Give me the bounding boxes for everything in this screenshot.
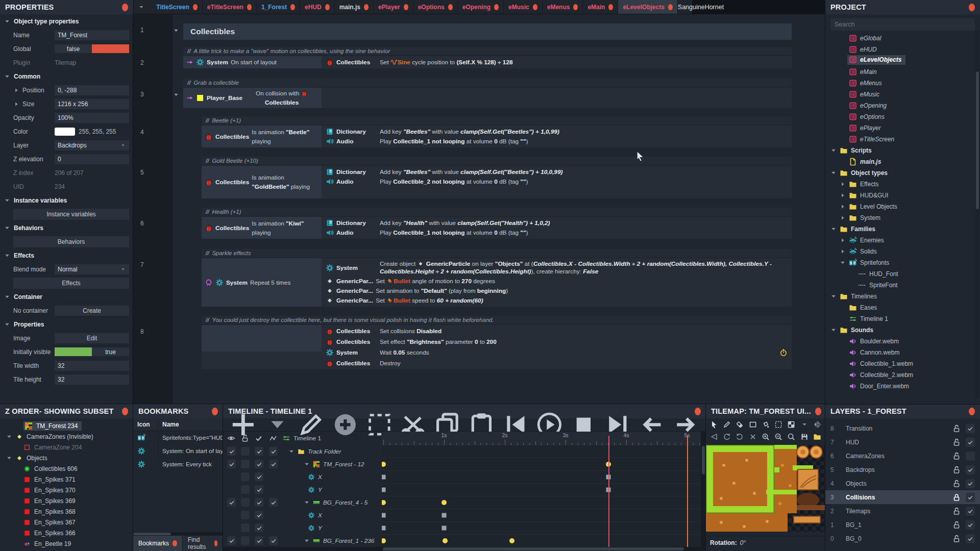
prop-toggle[interactable]: false: [55, 44, 129, 53]
prop-input[interactable]: 100%: [55, 113, 129, 123]
tridown-icon[interactable]: [830, 147, 837, 154]
track-checkbox[interactable]: [269, 460, 278, 468]
track-checkbox[interactable]: [241, 485, 250, 494]
lockopen-icon[interactable]: [952, 535, 961, 543]
tab-eLevelObjects[interactable]: eLevelObjects: [618, 0, 677, 14]
project-tree-collectible-2-webm[interactable]: Collectible_2.webm: [825, 369, 980, 381]
tilemap-tool-dropdown[interactable]: [800, 420, 808, 429]
project-tree-scripts[interactable]: Scripts: [825, 145, 980, 156]
tridown-icon[interactable]: [173, 92, 179, 98]
action-row[interactable]: DictionaryAdd key "Health" with value cl…: [326, 219, 788, 227]
prop-inline-button[interactable]: Create: [55, 306, 129, 316]
tilemap-eraser-tool[interactable]: [736, 420, 744, 429]
track-checkbox[interactable]: [241, 460, 250, 468]
prop-dropdown[interactable]: Backdrops: [55, 140, 129, 151]
project-tree-spritefonts[interactable]: SFSpritefonts: [825, 257, 980, 268]
keyframe[interactable]: [382, 538, 386, 543]
track-checkbox[interactable]: [227, 498, 236, 507]
tab-eMain[interactable]: eMain: [583, 0, 618, 14]
timeline-track-row-6[interactable]: Y: [223, 521, 382, 534]
action-row[interactable]: CollectiblesSet effect "Brightness" para…: [326, 338, 788, 346]
tilemap-fill-tool[interactable]: [762, 420, 770, 429]
project-tree-eopening[interactable]: eOpening: [825, 100, 980, 111]
project-vscroll-thumb[interactable]: [976, 71, 979, 209]
z-order-item-4[interactable]: Collectibles 606: [0, 463, 133, 474]
track-checkbox[interactable]: [241, 536, 250, 545]
tridown-icon[interactable]: [830, 226, 837, 232]
track-label[interactable]: X: [308, 512, 322, 519]
action-row[interactable]: AudioPlay Collectible_1 not looping at v…: [326, 137, 788, 145]
track-checkbox[interactable]: [255, 460, 263, 468]
tilemap-pencil-tool[interactable]: [723, 420, 731, 429]
layer-visibility-checkbox[interactable]: [966, 465, 975, 474]
project-tree-eplayer[interactable]: ePlayer: [825, 122, 980, 134]
tridown-icon[interactable]: [304, 461, 310, 467]
triright-icon[interactable]: [840, 237, 846, 243]
timeline-hscrollbar[interactable]: [223, 547, 706, 551]
layer-visibility-checkbox[interactable]: [966, 507, 975, 516]
project-tree-ehud[interactable]: eHUD: [825, 44, 980, 55]
layer-visibility-checkbox[interactable]: [966, 493, 975, 502]
project-tree-eoptions[interactable]: eOptions: [825, 111, 980, 122]
event-block[interactable]: CollectiblesIs animation"GoldBeetle" pla…: [202, 166, 792, 198]
timeline-track-row-1[interactable]: TM_Forest - 12: [223, 458, 382, 470]
prop-input[interactable]: 32: [55, 374, 129, 385]
lockopen-icon[interactable]: [952, 452, 961, 460]
z-order-item-3[interactable]: Objects: [0, 453, 133, 463]
track-checkbox[interactable]: [255, 523, 263, 532]
track-checkbox[interactable]: [255, 498, 263, 507]
layer-row-hud[interactable]: 7HUD: [825, 435, 980, 449]
selected-tree-item[interactable]: eLevelObjects: [847, 55, 905, 65]
timeline-vscrollbar[interactable]: [701, 432, 706, 547]
layer-visibility-checkbox[interactable]: [966, 479, 975, 488]
tilemap-zoom-reset[interactable]: [787, 433, 795, 441]
project-tree-object-types[interactable]: Object types: [825, 167, 980, 179]
tab-eHUD[interactable]: eHUD: [300, 0, 335, 14]
tridown-icon[interactable]: [830, 327, 837, 333]
event-comment[interactable]: //Health (+1): [202, 208, 792, 216]
tilemap-save-tilemap[interactable]: [800, 433, 808, 441]
bookmark-row-1[interactable]: System: On start of layout: [133, 444, 223, 458]
user-account[interactable]: SanguineHornet: [678, 0, 733, 14]
tridown-icon[interactable]: [173, 28, 179, 34]
tab-ePlayer[interactable]: ePlayer: [374, 0, 413, 14]
prop-input[interactable]: 0: [55, 154, 129, 164]
project-tree-system[interactable]: System: [825, 212, 980, 223]
timeline-track-row-4[interactable]: BG_Forest_4 - 5: [223, 496, 382, 509]
keyframe[interactable]: [382, 513, 386, 517]
event-comment[interactable]: //A little trick to make a "wave" motion…: [183, 47, 792, 55]
lockopen-icon[interactable]: [952, 424, 961, 433]
triright-icon[interactable]: [840, 248, 846, 255]
prop-input[interactable]: 1216 x 256: [55, 99, 129, 109]
prop-button-effects[interactable]: Effects: [13, 278, 129, 289]
tridown-icon[interactable]: [830, 293, 837, 299]
keyframe[interactable]: [382, 487, 386, 492]
prop-dropdown[interactable]: Normal: [55, 264, 129, 274]
tilemap-marquee-tool[interactable]: [774, 420, 782, 429]
project-tree-main-js[interactable]: main.js: [825, 156, 980, 167]
prop-button-instance-variables[interactable]: Instance variables: [13, 209, 129, 220]
keyframe[interactable]: [443, 538, 448, 543]
z-order-item-9[interactable]: En_Spikes 367: [0, 517, 133, 528]
tab-eMusic[interactable]: eMusic: [504, 0, 543, 14]
project-search-input[interactable]: Search: [830, 18, 975, 31]
z-order-item-10[interactable]: En_Spikes 366: [0, 528, 133, 538]
condition-cell[interactable]: Player_BaseOn collision with Collectible…: [183, 88, 322, 108]
project-tree-elevelobjects[interactable]: eLevelObjects: [825, 55, 980, 66]
timeline-track-row-3[interactable]: Y: [223, 483, 382, 496]
event-block[interactable]: CollectiblesSet collisions DisabledColle…: [202, 325, 792, 369]
keyframe[interactable]: [442, 513, 447, 517]
keyframe[interactable]: [382, 462, 386, 467]
selected-object[interactable]: TM_Forest 234: [23, 421, 82, 431]
action-row[interactable]: GenericPar...Set animation to "Default" …: [326, 287, 788, 295]
timeline-track-row-2[interactable]: X: [223, 470, 382, 483]
timeline-track-row-0[interactable]: Track Folder: [223, 445, 382, 458]
preview-dropdown[interactable]: [134, 3, 149, 11]
event-block[interactable]: CollectiblesIs animation "Kiwi"playingDi…: [202, 217, 792, 239]
tab-main.js[interactable]: main.js: [335, 0, 374, 14]
project-tree-eases[interactable]: Eases: [825, 302, 980, 313]
z-order-item-2[interactable]: CameraZone 204: [0, 442, 133, 453]
triright-icon[interactable]: [840, 204, 846, 210]
track-checkbox[interactable]: [227, 460, 236, 468]
prop-section-effects[interactable]: Effects: [0, 248, 133, 262]
